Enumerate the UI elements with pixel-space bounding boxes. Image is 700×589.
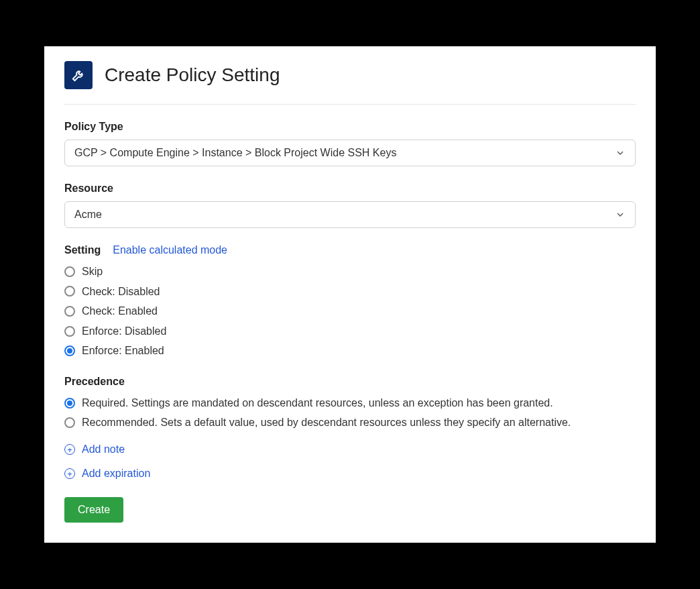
resource-label: Resource [64, 182, 636, 195]
setting-section: Setting Enable calculated mode SkipCheck… [64, 244, 636, 360]
setting-option[interactable]: Enforce: Disabled [64, 323, 636, 340]
create-policy-panel: Create Policy Setting Policy Type GCP > … [44, 46, 656, 543]
setting-option-label: Check: Enabled [82, 303, 158, 320]
policy-type-section: Policy Type GCP > Compute Engine > Insta… [64, 121, 636, 166]
add-expiration-link[interactable]: + Add expiration [64, 468, 636, 480]
precedence-radio-list: Required. Settings are mandated on desce… [64, 394, 636, 431]
add-note-label: Add note [82, 443, 125, 456]
radio-button[interactable] [64, 417, 75, 428]
resource-value: Acme [74, 209, 102, 221]
setting-option[interactable]: Check: Disabled [64, 283, 636, 301]
precedence-label: Precedence [64, 376, 636, 388]
setting-radio-list: SkipCheck: DisabledCheck: EnabledEnforce… [64, 263, 636, 360]
create-button[interactable]: Create [64, 497, 123, 523]
radio-button[interactable] [64, 326, 75, 337]
setting-option[interactable]: Enforce: Enabled [64, 342, 636, 360]
setting-option[interactable]: Skip [64, 263, 636, 280]
enable-calculated-mode-link[interactable]: Enable calculated mode [113, 244, 227, 256]
setting-option-label: Enforce: Disabled [82, 323, 166, 340]
plus-circle-icon: + [64, 444, 75, 455]
setting-option-label: Skip [82, 263, 103, 280]
policy-type-select[interactable]: GCP > Compute Engine > Instance > Block … [64, 140, 636, 166]
setting-option-label: Check: Disabled [82, 283, 160, 301]
add-note-link[interactable]: + Add note [64, 443, 636, 456]
resource-section: Resource Acme [64, 182, 636, 228]
setting-label: Setting [64, 244, 101, 256]
page-title: Create Policy Setting [105, 64, 280, 86]
resource-select[interactable]: Acme [64, 201, 636, 228]
radio-button[interactable] [64, 266, 75, 277]
precedence-section: Precedence Required. Settings are mandat… [64, 376, 636, 431]
panel-header: Create Policy Setting [64, 61, 636, 105]
setting-option-label: Enforce: Enabled [82, 342, 164, 360]
precedence-option[interactable]: Recommended. Sets a default value, used … [64, 414, 636, 431]
setting-option[interactable]: Check: Enabled [64, 303, 636, 320]
radio-button[interactable] [64, 286, 75, 297]
wrench-icon [64, 61, 93, 89]
radio-button[interactable] [64, 306, 75, 317]
precedence-option-label: Recommended. Sets a default value, used … [82, 414, 571, 431]
radio-button[interactable] [64, 398, 75, 409]
chevron-down-icon [615, 209, 626, 220]
plus-circle-icon: + [64, 468, 75, 479]
add-expiration-label: Add expiration [82, 468, 150, 480]
policy-type-label: Policy Type [64, 121, 636, 133]
precedence-option[interactable]: Required. Settings are mandated on desce… [64, 394, 636, 412]
chevron-down-icon [615, 148, 626, 158]
precedence-option-label: Required. Settings are mandated on desce… [82, 394, 553, 412]
policy-type-value: GCP > Compute Engine > Instance > Block … [74, 147, 396, 159]
radio-button[interactable] [64, 345, 75, 356]
